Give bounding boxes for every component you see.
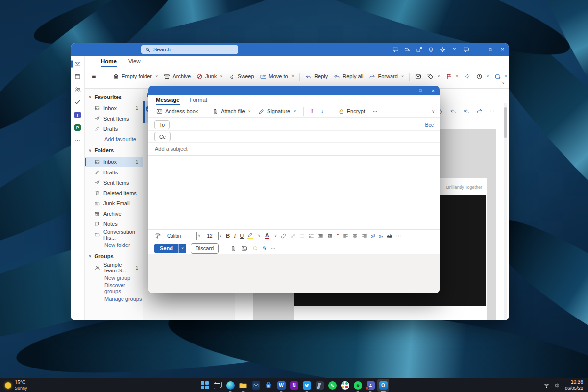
app-icon-twitter[interactable] bbox=[301, 379, 313, 392]
insert-image-button[interactable] bbox=[241, 244, 247, 253]
collapse-ribbon-icon[interactable]: ∨ bbox=[502, 81, 505, 85]
font-size-select[interactable]: 12 ∨ bbox=[205, 232, 222, 240]
taskbar-clock[interactable]: 10:36 06/05/22 bbox=[565, 379, 583, 391]
app-icon-word[interactable]: W bbox=[275, 379, 287, 392]
align-center-button[interactable] bbox=[352, 233, 358, 239]
decrease-indent-button[interactable] bbox=[318, 233, 323, 239]
sidebar-item-sent[interactable]: Sent Items bbox=[85, 177, 143, 188]
increase-indent-button[interactable] bbox=[327, 233, 333, 239]
send-options-dropdown[interactable]: ∨ bbox=[179, 246, 186, 250]
search-input[interactable]: Search bbox=[141, 45, 238, 54]
archive-button[interactable]: Archive bbox=[161, 72, 194, 82]
low-importance-button[interactable]: ↓ bbox=[318, 108, 327, 115]
align-right-button[interactable] bbox=[362, 233, 367, 239]
folders-section-header[interactable]: ∨ Folders bbox=[85, 145, 143, 157]
address-book-button[interactable]: Address book bbox=[153, 107, 201, 116]
editor-assist-button[interactable]: ϟ bbox=[263, 245, 266, 251]
reply-all-icon[interactable] bbox=[463, 106, 469, 115]
volume-icon[interactable] bbox=[554, 381, 561, 390]
maximize-button[interactable]: □ bbox=[484, 43, 496, 56]
bcc-link[interactable]: Bcc bbox=[425, 122, 434, 128]
compose-tab-format[interactable]: Format bbox=[190, 97, 207, 105]
numbered-list-button[interactable] bbox=[309, 233, 314, 239]
weather-widget[interactable]: 15°C Sunny bbox=[0, 380, 78, 391]
rail-people-icon[interactable] bbox=[71, 86, 84, 93]
categorize-button[interactable]: ∨ bbox=[424, 72, 443, 82]
app-icon-file-explorer[interactable] bbox=[237, 379, 249, 392]
wifi-icon[interactable] bbox=[543, 381, 550, 390]
subject-input[interactable]: Add a subject bbox=[148, 143, 440, 156]
sweep-button[interactable]: Sweep bbox=[226, 72, 257, 82]
chat-icon[interactable] bbox=[390, 43, 401, 56]
share-icon[interactable] bbox=[413, 43, 425, 56]
quote-button[interactable]: " bbox=[337, 233, 339, 239]
to-recipients-input[interactable] bbox=[170, 119, 425, 130]
new-folder-link[interactable]: New folder bbox=[85, 240, 143, 250]
tab-home[interactable]: Home bbox=[101, 58, 117, 67]
attach-icon-button[interactable] bbox=[230, 244, 237, 253]
rules-button[interactable]: ∨ bbox=[492, 72, 509, 82]
compose-more-options[interactable] bbox=[369, 107, 381, 116]
compose-titlebar[interactable]: – □ × bbox=[148, 86, 440, 95]
minimize-button[interactable]: – bbox=[472, 43, 484, 56]
compose-maximize-button[interactable]: □ bbox=[414, 86, 427, 95]
compose-minimize-button[interactable]: – bbox=[401, 86, 414, 95]
app-icon-outlook[interactable]: O bbox=[377, 379, 389, 392]
italic-button[interactable]: I bbox=[234, 232, 236, 240]
empty-folder-button[interactable]: Empty folder ∨ bbox=[110, 72, 161, 82]
meet-now-icon[interactable] bbox=[401, 43, 413, 56]
forward-button[interactable]: Forward ∨ bbox=[366, 72, 407, 82]
snooze-button[interactable]: ∨ bbox=[473, 72, 492, 82]
rail-calendar-icon[interactable] bbox=[71, 73, 84, 80]
app-icon-slack[interactable] bbox=[339, 379, 351, 392]
close-button[interactable]: × bbox=[496, 43, 509, 56]
scrollbar-thumb[interactable] bbox=[504, 107, 507, 138]
forward-icon[interactable] bbox=[476, 106, 483, 115]
sidebar-item-conversation-history[interactable]: Conversation His... bbox=[85, 229, 143, 240]
read-unread-button[interactable] bbox=[412, 72, 424, 82]
rail-todo-icon[interactable] bbox=[71, 98, 84, 106]
bold-button[interactable]: B bbox=[226, 233, 230, 239]
add-favourite-link[interactable]: Add favourite bbox=[85, 134, 143, 145]
sidebar-item-fav-drafts[interactable]: Drafts bbox=[85, 123, 143, 134]
rail-planner-icon[interactable]: P bbox=[71, 124, 84, 131]
rail-mail-icon[interactable] bbox=[71, 60, 84, 68]
sidebar-item-inbox[interactable]: Inbox 1 bbox=[85, 157, 143, 167]
app-icon-store[interactable] bbox=[263, 379, 274, 392]
pin-button[interactable] bbox=[461, 72, 473, 82]
format-painter-button[interactable] bbox=[154, 232, 161, 239]
align-left-button[interactable] bbox=[343, 233, 348, 239]
move-to-button[interactable]: Move to ∨ bbox=[257, 72, 297, 82]
superscript-button[interactable]: x² bbox=[371, 233, 375, 239]
font-color-button[interactable]: A bbox=[265, 233, 270, 239]
highlight-button[interactable] bbox=[247, 232, 253, 240]
feedback-icon[interactable] bbox=[460, 43, 472, 56]
tab-view[interactable]: View bbox=[128, 58, 141, 67]
high-importance-button[interactable]: ! bbox=[308, 108, 317, 115]
reply-button[interactable]: Reply bbox=[302, 72, 331, 82]
reply-icon[interactable] bbox=[450, 106, 456, 115]
app-icon-screen-tool[interactable] bbox=[314, 379, 325, 392]
signature-button[interactable]: Signature ∨ bbox=[255, 107, 299, 116]
more-formatting-button[interactable] bbox=[396, 233, 401, 239]
flag-button[interactable]: ∨ bbox=[443, 72, 462, 82]
discover-groups-link[interactable]: Discover groups bbox=[85, 283, 143, 294]
more-actions-icon[interactable] bbox=[490, 106, 495, 115]
app-icon-teams[interactable] bbox=[365, 379, 376, 392]
rail-teams-icon[interactable]: T bbox=[71, 111, 84, 119]
to-button[interactable]: To bbox=[154, 120, 170, 129]
sidebar-item-deleted[interactable]: Deleted Items bbox=[85, 188, 143, 198]
discard-button[interactable]: Discard bbox=[191, 243, 219, 254]
encrypt-button[interactable]: Encrypt bbox=[335, 107, 368, 116]
emoji-button[interactable]: ☺ bbox=[252, 245, 258, 251]
font-family-select[interactable]: Calibri ∨ bbox=[165, 232, 201, 240]
rail-more-apps-icon[interactable] bbox=[71, 137, 84, 144]
compose-tab-message[interactable]: Message bbox=[156, 97, 180, 105]
new-group-link[interactable]: New group bbox=[85, 273, 143, 283]
send-button[interactable]: Send ∨ bbox=[154, 244, 186, 253]
sidebar-item-junk[interactable]: Junk Email bbox=[85, 198, 143, 209]
favourites-section-header[interactable]: ∨ Favourites bbox=[85, 91, 143, 103]
collapse-toolbar-icon[interactable]: ∨ bbox=[432, 109, 435, 114]
sidebar-item-fav-inbox[interactable]: Inbox 1 bbox=[85, 103, 143, 113]
groups-section-header[interactable]: ∨ Groups bbox=[85, 250, 143, 262]
